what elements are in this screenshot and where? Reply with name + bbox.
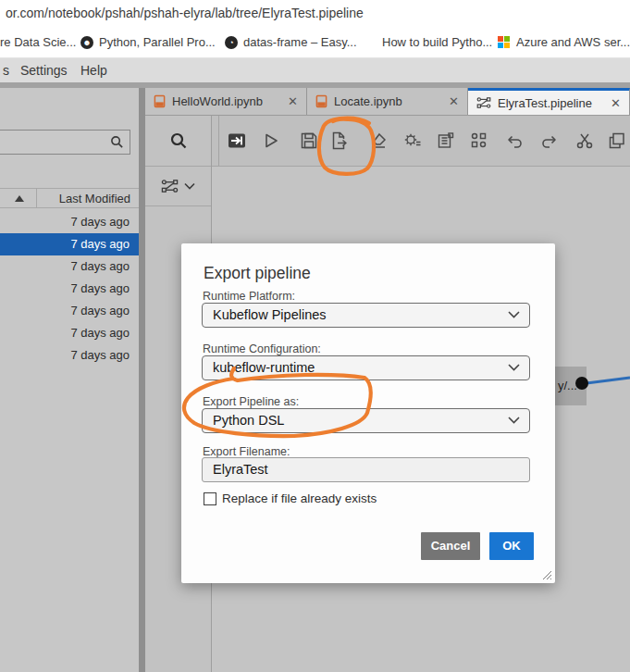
export-filename-label: Export Filename: bbox=[203, 445, 290, 458]
chevron-down-icon bbox=[508, 310, 520, 318]
chevron-down-icon bbox=[508, 363, 520, 371]
filebrowser-header[interactable]: Last Modified bbox=[0, 188, 139, 208]
close-icon[interactable]: ✕ bbox=[605, 96, 621, 110]
filebrowser-rows: 7 days ago 7 days ago 7 days ago 7 days … bbox=[0, 211, 139, 367]
notebook-icon bbox=[315, 94, 327, 108]
runtime-images-icon[interactable] bbox=[437, 131, 455, 150]
runtime-configuration-select[interactable]: kubeflow-runtime bbox=[202, 355, 530, 380]
bookmark-item[interactable]: How to build Pytho... bbox=[382, 27, 492, 57]
pipeline-icon bbox=[161, 179, 179, 193]
cut-icon[interactable] bbox=[575, 131, 594, 150]
file-row[interactable]: 7 days ago bbox=[0, 255, 139, 278]
page: or.com/notebook/pshah/pshah-elyra/lab/tr… bbox=[0, 0, 630, 672]
replace-file-checkbox-label: Replace if file already exists bbox=[222, 492, 377, 505]
file-row[interactable]: 7 days ago bbox=[0, 322, 139, 344]
pipeline-icon bbox=[476, 96, 491, 109]
pipeline-toolbar bbox=[212, 116, 630, 167]
export-filename-input[interactable]: ElyraTest bbox=[202, 457, 530, 482]
column-divider bbox=[36, 189, 37, 208]
tab-helloworld-ipynb[interactable]: HelloWorld.ipynb ✕ bbox=[145, 88, 307, 115]
last-modified-header[interactable]: Last Modified bbox=[59, 189, 130, 208]
palette-category-pipeline[interactable] bbox=[145, 167, 211, 206]
chevron-down-icon bbox=[184, 182, 195, 190]
tab-locate-ipynb[interactable]: Locate.ipynb ✕ bbox=[307, 88, 468, 115]
sidebar-splitter[interactable] bbox=[139, 88, 145, 672]
microsoft-logo-icon bbox=[498, 36, 511, 49]
search-icon bbox=[110, 135, 124, 149]
export-pipeline-as-select[interactable]: Python DSL bbox=[202, 408, 530, 433]
oreilly-icon: ☻ bbox=[80, 36, 93, 49]
sort-ascending-icon bbox=[15, 195, 24, 202]
notebook-icon bbox=[154, 94, 166, 108]
runtime-platform-select[interactable]: Kubeflow Pipelines bbox=[202, 303, 530, 328]
filebrowser-search-input[interactable] bbox=[0, 130, 130, 155]
open-palette-icon[interactable] bbox=[228, 131, 246, 150]
bookmark-item[interactable]: Python, Parallel Pro... bbox=[99, 27, 216, 57]
menu-item-settings[interactable]: Settings bbox=[20, 58, 68, 82]
node-label: y/... bbox=[558, 379, 577, 392]
runtime-configuration-icon[interactable] bbox=[403, 131, 422, 150]
menu-item-help[interactable]: Help bbox=[80, 58, 107, 82]
node-output-port[interactable] bbox=[575, 377, 588, 390]
copy-icon[interactable] bbox=[608, 131, 626, 150]
bookmark-item[interactable]: Azure and AWS ser... bbox=[516, 27, 630, 57]
toolbar-divider bbox=[218, 116, 219, 166]
runtime-configuration-label: Runtime Configuration: bbox=[203, 342, 321, 355]
run-pipeline-icon[interactable] bbox=[262, 131, 280, 150]
file-row[interactable]: 7 days ago bbox=[0, 300, 139, 322]
search-icon bbox=[169, 131, 188, 150]
bookmark-item[interactable]: datas-frame – Easy... bbox=[243, 27, 357, 57]
browser-url-bar[interactable]: or.com/notebook/pshah/pshah-elyra/lab/tr… bbox=[0, 0, 630, 27]
bookmark-item[interactable]: re Data Scie... bbox=[0, 27, 76, 57]
menu-item-tabs[interactable]: s bbox=[3, 58, 9, 82]
file-row[interactable]: 7 days ago bbox=[0, 211, 139, 233]
export-pipeline-as-label: Export Pipeline as: bbox=[203, 395, 299, 408]
undo-icon[interactable] bbox=[505, 131, 524, 150]
menubar: s Settings Help bbox=[0, 58, 630, 82]
replace-file-checkbox[interactable] bbox=[204, 492, 216, 505]
clear-pipeline-icon[interactable] bbox=[369, 131, 388, 150]
tab-label: Locate.ipynb bbox=[334, 94, 402, 108]
tab-elyratest-pipeline[interactable]: ElyraTest.pipeline ✕ bbox=[468, 88, 630, 115]
tab-label: ElyraTest.pipeline bbox=[498, 96, 592, 110]
dialog-title: Export pipeline bbox=[204, 264, 311, 283]
file-row[interactable]: 7 days ago bbox=[0, 344, 139, 367]
export-pipeline-as-value: Python DSL bbox=[213, 413, 284, 428]
url-text[interactable]: or.com/notebook/pshah/pshah-elyra/lab/tr… bbox=[6, 0, 364, 27]
chevron-down-icon bbox=[508, 416, 520, 424]
close-icon[interactable]: ✕ bbox=[443, 94, 459, 108]
tab-label: HelloWorld.ipynb bbox=[172, 94, 263, 108]
file-browser: Last Modified 7 days ago 7 days ago 7 da… bbox=[0, 88, 139, 672]
file-row[interactable]: 7 days ago bbox=[0, 278, 139, 300]
dialog-resize-handle[interactable] bbox=[542, 570, 552, 580]
runtime-platform-label: Runtime Platform: bbox=[203, 290, 295, 303]
runtime-platform-value: Kubeflow Pipelines bbox=[213, 307, 327, 322]
cancel-button[interactable]: Cancel bbox=[421, 532, 480, 560]
redo-icon[interactable] bbox=[540, 131, 559, 150]
ok-button[interactable]: OK bbox=[489, 532, 534, 560]
bookmarks-bar: re Data Scie... ☻ Python, Parallel Pro..… bbox=[0, 27, 630, 58]
close-icon[interactable]: ✕ bbox=[282, 94, 298, 108]
file-row-selected[interactable]: 7 days ago bbox=[0, 233, 139, 255]
palette-search-button[interactable] bbox=[145, 116, 211, 167]
dock-tab-bar: HelloWorld.ipynb ✕ Locate.ipynb ✕ ElyraT… bbox=[145, 88, 630, 116]
runtime-configuration-value: kubeflow-runtime bbox=[213, 360, 315, 375]
save-pipeline-icon[interactable] bbox=[300, 131, 318, 150]
arrange-icon[interactable] bbox=[470, 131, 488, 150]
export-pipeline-dialog: Export pipeline Runtime Platform: Kubefl… bbox=[181, 243, 555, 583]
globe-icon: ◔ bbox=[225, 36, 238, 49]
export-pipeline-icon[interactable] bbox=[330, 131, 349, 150]
